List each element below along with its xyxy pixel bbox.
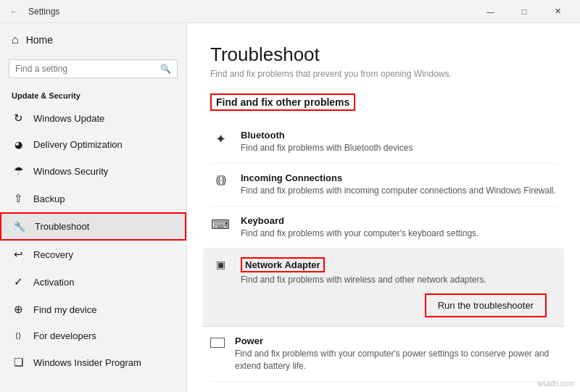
run-troubleshooter-button[interactable]: Run the troubleshooter bbox=[425, 293, 547, 317]
item-title: Keyboard bbox=[241, 215, 557, 226]
item-title: Bluetooth bbox=[241, 130, 557, 141]
wrench-icon: 🔧 bbox=[13, 221, 26, 232]
sidebar-item-windows-insider[interactable]: ❏ Windows Insider Program bbox=[0, 349, 186, 376]
page-title: Troubleshoot bbox=[210, 43, 557, 66]
sidebar-item-for-developers[interactable]: ⟨⟩ For developers bbox=[0, 323, 186, 349]
item-desc: Find and fix problems with incoming comp… bbox=[241, 185, 557, 197]
network-adapter-icon: ▣ bbox=[210, 259, 231, 270]
search-icon: 🔍 bbox=[160, 64, 171, 74]
app-body: ⌂ Home 🔍 Update & Security ↻ Windows Upd… bbox=[0, 23, 580, 392]
troubleshoot-item-text: Keyboard Find and fix problems with your… bbox=[241, 215, 557, 240]
developer-icon: ⟨⟩ bbox=[12, 331, 25, 341]
shield-icon: ☂ bbox=[12, 164, 25, 178]
troubleshoot-item-text: Power Find and fix problems with your co… bbox=[235, 335, 557, 372]
find-device-icon: ⊕ bbox=[12, 303, 25, 316]
troubleshoot-item-text: Bluetooth Find and fix problems with Blu… bbox=[241, 130, 557, 154]
sidebar-item-delivery-optimization[interactable]: ◕ Delivery Optimization bbox=[0, 132, 186, 157]
sidebar-item-label: Delivery Optimization bbox=[33, 139, 123, 150]
sidebar-item-windows-update[interactable]: ↻ Windows Update bbox=[0, 104, 186, 132]
sidebar-section-title: Update & Security bbox=[0, 86, 186, 104]
item-desc: Find and fix problems with wireless and … bbox=[241, 274, 547, 286]
search-input[interactable] bbox=[15, 64, 160, 74]
sidebar-item-label: Troubleshoot bbox=[35, 221, 89, 232]
minimize-button[interactable]: — bbox=[474, 0, 508, 23]
sidebar: ⌂ Home 🔍 Update & Security ↻ Windows Upd… bbox=[0, 23, 187, 392]
troubleshoot-item-network-adapter: ▣ Network Adapter Find and fix problems … bbox=[203, 249, 564, 327]
troubleshoot-item-program-compat: ≡ Program Compatibility Troubleshooter F… bbox=[210, 382, 557, 392]
maximize-button[interactable]: □ bbox=[508, 0, 541, 23]
troubleshoot-item-keyboard: ⌨ Keyboard Find and fix problems with yo… bbox=[210, 207, 557, 249]
item-title: Incoming Connections bbox=[241, 172, 557, 183]
section-header: Find and fix other problems bbox=[210, 93, 355, 111]
home-icon: ⌂ bbox=[12, 33, 19, 46]
sidebar-item-troubleshoot[interactable]: 🔧 Troubleshoot bbox=[0, 212, 186, 241]
backup-icon: ⇧ bbox=[12, 192, 25, 205]
power-icon bbox=[210, 338, 225, 348]
sidebar-item-find-my-device[interactable]: ⊕ Find my device bbox=[0, 296, 186, 323]
keyboard-icon: ⌨ bbox=[210, 217, 231, 233]
sidebar-item-activation[interactable]: ✓ Activation bbox=[0, 268, 186, 296]
search-box: 🔍 bbox=[9, 59, 178, 78]
troubleshoot-item-text: Incoming Connections Find and fix proble… bbox=[241, 172, 557, 197]
incoming-icon: ((·)) bbox=[210, 174, 231, 185]
sidebar-item-label: For developers bbox=[33, 330, 96, 341]
watermark: wsadn.com bbox=[537, 380, 574, 388]
sidebar-item-recovery[interactable]: ↩ Recovery bbox=[0, 241, 186, 268]
sidebar-item-label: Windows Update bbox=[33, 113, 104, 124]
item-title: Network Adapter bbox=[241, 257, 325, 272]
item-desc: Find and fix problems with Bluetooth dev… bbox=[241, 142, 557, 154]
content-area: Troubleshoot Find and fix problems that … bbox=[187, 23, 580, 392]
item-desc: Find and fix problems with your computer… bbox=[235, 348, 557, 372]
activation-icon: ✓ bbox=[12, 275, 25, 288]
back-button[interactable]: ← bbox=[6, 4, 22, 19]
sidebar-item-label: Recovery bbox=[33, 249, 73, 260]
troubleshoot-item-text: Network Adapter Find and fix problems wi… bbox=[241, 257, 547, 317]
title-bar: ← Settings — □ ✕ bbox=[0, 0, 580, 23]
delivery-icon: ◕ bbox=[12, 139, 25, 150]
sidebar-home[interactable]: ⌂ Home bbox=[0, 23, 186, 57]
item-desc: Find and fix problems with your computer… bbox=[241, 228, 557, 240]
sidebar-item-windows-security[interactable]: ☂ Windows Security bbox=[0, 157, 186, 185]
recovery-icon: ↩ bbox=[12, 248, 25, 261]
sidebar-item-label: Activation bbox=[33, 277, 74, 288]
troubleshoot-item-incoming: ((·)) Incoming Connections Find and fix … bbox=[210, 164, 557, 207]
window-controls: — □ ✕ bbox=[474, 0, 574, 23]
item-title: Power bbox=[235, 335, 557, 346]
home-label: Home bbox=[26, 34, 53, 46]
page-subtitle: Find and fix problems that prevent you f… bbox=[210, 69, 557, 79]
sidebar-item-label: Windows Insider Program bbox=[33, 357, 141, 368]
troubleshoot-item-bluetooth: ✦ Bluetooth Find and fix problems with B… bbox=[210, 121, 557, 164]
sidebar-item-label: Windows Security bbox=[33, 166, 108, 177]
troubleshoot-item-power: Power Find and fix problems with your co… bbox=[210, 327, 557, 382]
sidebar-item-label: Backup bbox=[33, 193, 65, 204]
close-button[interactable]: ✕ bbox=[541, 0, 574, 23]
insider-icon: ❏ bbox=[12, 356, 25, 369]
sidebar-item-backup[interactable]: ⇧ Backup bbox=[0, 185, 186, 212]
bluetooth-icon: ✦ bbox=[210, 131, 231, 147]
title-bar-title: Settings bbox=[28, 7, 474, 17]
sidebar-item-label: Find my device bbox=[33, 304, 96, 315]
update-icon: ↻ bbox=[12, 112, 25, 125]
